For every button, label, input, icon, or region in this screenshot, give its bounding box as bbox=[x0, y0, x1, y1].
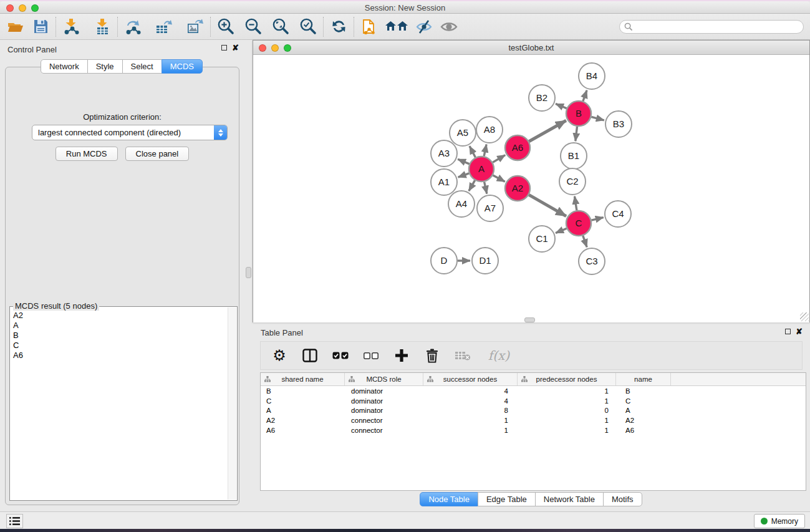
mcds-result-item[interactable]: A bbox=[13, 321, 227, 331]
network-canvas[interactable]: AA1A3A5A8A4A7A6A2BB1B2B3B4CC1C2C3C4DD1 bbox=[253, 56, 809, 322]
graph-edge-A-A4[interactable] bbox=[469, 180, 475, 191]
graph-node-C2[interactable]: C2 bbox=[559, 168, 586, 195]
graph-node-C3[interactable]: C3 bbox=[579, 248, 605, 274]
graph-edge-A-A8[interactable] bbox=[484, 145, 486, 157]
tab-node-table[interactable]: Node Table bbox=[420, 492, 478, 506]
graph-edge-B-B1[interactable] bbox=[576, 127, 577, 141]
mcds-result-item[interactable]: B bbox=[13, 331, 227, 341]
main-titlebar[interactable]: Session: New Session bbox=[0, 1, 810, 14]
graph-edge-A-A3[interactable] bbox=[458, 159, 469, 164]
graph-node-A[interactable]: A bbox=[469, 157, 494, 181]
delete-table-button[interactable] bbox=[455, 347, 471, 364]
graph-edge-C-C1[interactable] bbox=[556, 228, 567, 233]
graph-edge-C-C2[interactable] bbox=[575, 196, 577, 211]
graph-edge-A6-B[interactable] bbox=[529, 120, 566, 141]
split-table-button[interactable] bbox=[302, 347, 318, 364]
hide-selected-button[interactable] bbox=[415, 17, 433, 36]
zoom-out-button[interactable] bbox=[244, 17, 263, 36]
table-settings-button[interactable]: ⚙ bbox=[271, 347, 287, 364]
table-row[interactable]: Bdominator41B bbox=[261, 386, 806, 396]
graph-edge-B-B3[interactable] bbox=[591, 117, 604, 120]
deselect-all-button[interactable] bbox=[363, 347, 379, 364]
zoom-in-button[interactable] bbox=[216, 17, 235, 36]
graph-node-A4[interactable]: A4 bbox=[448, 191, 475, 217]
mcds-result-item[interactable]: A6 bbox=[13, 351, 227, 360]
column-header-shared-name[interactable]: shared name bbox=[261, 373, 345, 385]
graph-node-B3[interactable]: B3 bbox=[605, 111, 632, 137]
tab-style[interactable]: Style bbox=[87, 59, 123, 74]
graph-edge-A-A5[interactable] bbox=[470, 146, 475, 157]
export-image-button[interactable] bbox=[186, 17, 205, 36]
zoom-selected-button[interactable] bbox=[299, 17, 317, 36]
save-session-button[interactable] bbox=[31, 17, 50, 36]
graph-node-A2[interactable]: A2 bbox=[505, 176, 530, 201]
tab-motifs[interactable]: Motifs bbox=[603, 492, 642, 506]
window-resize-grip[interactable] bbox=[800, 312, 809, 321]
graph-node-A5[interactable]: A5 bbox=[450, 120, 476, 146]
graph-node-A6[interactable]: A6 bbox=[505, 135, 530, 160]
graph-node-D1[interactable]: D1 bbox=[472, 248, 498, 274]
tab-network-table[interactable]: Network Table bbox=[535, 492, 604, 506]
delete-column-button[interactable] bbox=[424, 347, 440, 364]
graph-node-C4[interactable]: C4 bbox=[605, 201, 631, 227]
close-panel-icon[interactable]: ✘ bbox=[232, 45, 239, 51]
run-mcds-button[interactable]: Run MCDS bbox=[55, 147, 118, 161]
home-button[interactable] bbox=[385, 17, 408, 36]
tab-mcds[interactable]: MCDS bbox=[162, 59, 203, 74]
graph-node-A1[interactable]: A1 bbox=[431, 169, 457, 195]
function-builder-button[interactable]: f(x) bbox=[485, 347, 513, 364]
graph-edge-A-A6[interactable] bbox=[493, 155, 505, 163]
column-header-predecessor-nodes[interactable]: predecessor nodes bbox=[518, 373, 616, 385]
select-all-button[interactable] bbox=[332, 347, 349, 364]
search-input[interactable] bbox=[619, 20, 804, 34]
search-field[interactable] bbox=[619, 20, 804, 34]
import-network-button[interactable] bbox=[62, 17, 80, 36]
graph-node-C[interactable]: C bbox=[566, 211, 591, 236]
memory-button[interactable]: Memory bbox=[754, 514, 805, 528]
graph-edge-C-C4[interactable] bbox=[591, 218, 603, 221]
graph-node-B4[interactable]: B4 bbox=[579, 63, 605, 89]
show-all-button[interactable] bbox=[440, 17, 458, 36]
graph-node-A8[interactable]: A8 bbox=[476, 117, 503, 143]
graph-edge-A-A7[interactable] bbox=[485, 182, 487, 194]
tab-network[interactable]: Network bbox=[41, 59, 88, 74]
mcds-result-item[interactable]: C bbox=[13, 341, 227, 351]
float-panel-icon[interactable] bbox=[785, 329, 791, 334]
zoom-fit-button[interactable] bbox=[271, 17, 290, 36]
split-divider-handle-vertical[interactable] bbox=[246, 267, 251, 278]
tab-edge-table[interactable]: Edge Table bbox=[478, 492, 536, 506]
graph-node-A7[interactable]: A7 bbox=[477, 195, 503, 221]
graph-node-C1[interactable]: C1 bbox=[529, 226, 555, 252]
network-from-file-button[interactable] bbox=[360, 17, 378, 36]
table-row[interactable]: Cdominator41C bbox=[261, 396, 806, 406]
column-header-mcds-role[interactable]: MCDS role bbox=[345, 373, 423, 385]
create-column-button[interactable] bbox=[393, 347, 410, 364]
column-header-successor-nodes[interactable]: successor nodes bbox=[423, 373, 518, 385]
table-row[interactable]: A6connector11A6 bbox=[261, 425, 806, 435]
network-window-titlebar[interactable]: testGlobe.txt bbox=[253, 41, 809, 55]
task-history-button[interactable] bbox=[6, 514, 23, 528]
close-panel-button[interactable]: Close panel bbox=[125, 147, 190, 161]
import-table-button[interactable] bbox=[93, 17, 112, 36]
table-row[interactable]: A2connector11A2 bbox=[261, 415, 806, 425]
graph-edge-B-B4[interactable] bbox=[583, 90, 587, 102]
close-panel-icon[interactable]: ✘ bbox=[796, 329, 803, 334]
float-panel-icon[interactable] bbox=[221, 45, 227, 51]
open-file-button[interactable] bbox=[6, 17, 25, 36]
export-network-button[interactable] bbox=[123, 17, 142, 36]
tab-select[interactable]: Select bbox=[122, 59, 162, 74]
graph-edge-A2-C[interactable] bbox=[529, 195, 566, 216]
graph-node-D[interactable]: D bbox=[431, 248, 457, 274]
graph-edge-C-C3[interactable] bbox=[583, 236, 587, 247]
criterion-dropdown[interactable]: largest connected component (directed) bbox=[32, 125, 228, 140]
graph-edge-B-B2[interactable] bbox=[556, 104, 567, 108]
graph-node-B1[interactable]: B1 bbox=[561, 143, 587, 169]
refresh-button[interactable] bbox=[329, 17, 348, 36]
split-divider-handle-horizontal[interactable] bbox=[524, 317, 535, 322]
export-table-button[interactable] bbox=[155, 17, 173, 36]
mcds-result-item[interactable]: A2 bbox=[13, 311, 227, 321]
graph-edge-A-A2[interactable] bbox=[493, 175, 505, 181]
graph-node-B2[interactable]: B2 bbox=[529, 85, 555, 111]
column-header-name[interactable]: name bbox=[616, 373, 671, 385]
graph-node-A3[interactable]: A3 bbox=[431, 140, 457, 167]
